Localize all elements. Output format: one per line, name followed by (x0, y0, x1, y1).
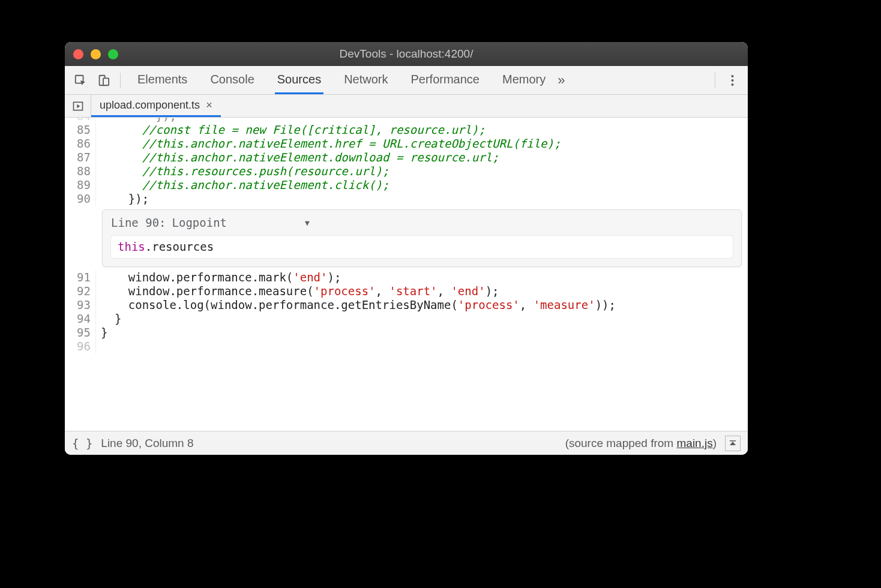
code-text: //this.anchor.nativeElement.href = URL.c… (96, 137, 561, 151)
svg-point-4 (731, 79, 733, 82)
line-number: 87 (65, 151, 96, 164)
close-tab-icon[interactable]: × (206, 99, 212, 112)
line-number: 91 (65, 271, 96, 284)
code-line: 93 console.log(window.performance.getEnt… (65, 298, 748, 312)
code-text: }); (96, 192, 149, 206)
close-window-button[interactable] (73, 49, 83, 59)
code-text: //this.anchor.nativeElement.click(); (96, 178, 389, 192)
inspect-element-icon[interactable] (71, 71, 90, 90)
code-line: 91 window.performance.mark('end'); (65, 271, 748, 284)
code-line: 90 }); (65, 192, 748, 206)
code-line: 96 (65, 340, 748, 353)
code-text: //this.anchor.nativeElement.download = r… (96, 151, 499, 164)
file-tab[interactable]: upload.component.ts × (91, 95, 221, 117)
code-line: 86 //this.anchor.nativeElement.href = UR… (65, 137, 748, 151)
code-text: console.log(window.performance.getEntrie… (96, 298, 616, 312)
tab-sources[interactable]: Sources (275, 66, 323, 94)
breakpoint-type-label: Logpoint (172, 216, 227, 230)
file-tab-bar: upload.component.ts × (65, 95, 748, 118)
tabs-overflow-button[interactable]: » (552, 73, 571, 88)
devtools-window: DevTools - localhost:4200/ Elements Cons… (65, 42, 748, 455)
line-number: 90 (65, 192, 96, 206)
status-bar: { } Line 90, Column 8 (source mapped fro… (65, 431, 748, 455)
breakpoint-header: Line 90: Logpoint ▼ (111, 216, 733, 230)
code-text: window.performance.measure('process', 's… (96, 284, 499, 298)
code-line: 94 } (65, 312, 748, 326)
titlebar: DevTools - localhost:4200/ (65, 42, 748, 66)
show-drawer-icon[interactable] (725, 436, 741, 451)
tab-console[interactable]: Console (208, 66, 256, 94)
code-text: }); (96, 118, 176, 123)
navigator-toggle-icon[interactable] (65, 95, 91, 117)
window-title: DevTools - localhost:4200/ (65, 47, 748, 61)
tab-network[interactable]: Network (341, 66, 390, 94)
line-number: 92 (65, 284, 96, 298)
code-line: 95 } (65, 326, 748, 340)
line-number: 93 (65, 298, 96, 312)
main-toolbar: Elements Console Sources Network Perform… (65, 66, 748, 95)
line-number: 96 (65, 340, 96, 353)
panel-tabs: Elements Console Sources Network Perform… (135, 66, 548, 94)
code-line: 89 //this.anchor.nativeElement.click(); (65, 178, 748, 192)
breakpoint-line-label: Line 90: (111, 216, 166, 230)
code-text: } (96, 312, 121, 326)
file-tab-label: upload.component.ts (100, 99, 200, 112)
code-line: 87 //this.anchor.nativeElement.download … (65, 151, 748, 164)
tab-memory[interactable]: Memory (500, 66, 548, 94)
line-number: 88 (65, 164, 96, 178)
source-map-link[interactable]: main.js (676, 437, 712, 449)
line-number: 85 (65, 123, 96, 137)
breakpoint-inline-editor: Line 90: Logpoint ▼ this.resources (102, 209, 742, 267)
svg-rect-7 (730, 440, 736, 442)
code-line: 84 }); (65, 118, 748, 123)
line-number: 94 (65, 312, 96, 326)
code-text: //this.resources.push(resource.url); (96, 164, 389, 178)
tab-performance[interactable]: Performance (409, 66, 483, 94)
toolbar-separator (715, 73, 715, 88)
chevron-down-icon: ▼ (305, 216, 310, 230)
pretty-print-icon[interactable]: { } (72, 437, 92, 450)
svg-rect-2 (103, 78, 109, 85)
svg-point-3 (731, 75, 733, 77)
code-editor[interactable]: 84 }); 85 //const file = new File([criti… (65, 118, 748, 431)
code-text: window.performance.mark('end'); (96, 271, 341, 284)
code-line: 92 window.performance.measure('process',… (65, 284, 748, 298)
code-line: 88 //this.resources.push(resource.url); (65, 164, 748, 178)
logpoint-expression-input[interactable]: this.resources (111, 236, 733, 258)
zoom-window-button[interactable] (108, 49, 118, 59)
minimize-window-button[interactable] (91, 49, 101, 59)
line-number: 89 (65, 178, 96, 192)
code-text: //const file = new File([critical], reso… (96, 123, 486, 137)
breakpoint-type-select[interactable]: Logpoint ▼ (172, 216, 313, 230)
traffic-lights (73, 49, 118, 59)
cursor-position: Line 90, Column 8 (101, 437, 193, 450)
svg-point-5 (731, 83, 733, 86)
code-line: 85 //const file = new File([critical], r… (65, 123, 748, 137)
source-mapped-label: (source mapped from main.js) (565, 437, 717, 450)
tab-elements[interactable]: Elements (135, 66, 190, 94)
line-number: 84 (65, 118, 96, 123)
device-toolbar-icon[interactable] (94, 71, 113, 90)
code-text (96, 340, 101, 353)
line-number: 86 (65, 137, 96, 151)
code-text: } (96, 326, 107, 340)
line-number: 95 (65, 326, 96, 340)
settings-menu-icon[interactable] (723, 71, 742, 90)
toolbar-separator (120, 73, 121, 88)
